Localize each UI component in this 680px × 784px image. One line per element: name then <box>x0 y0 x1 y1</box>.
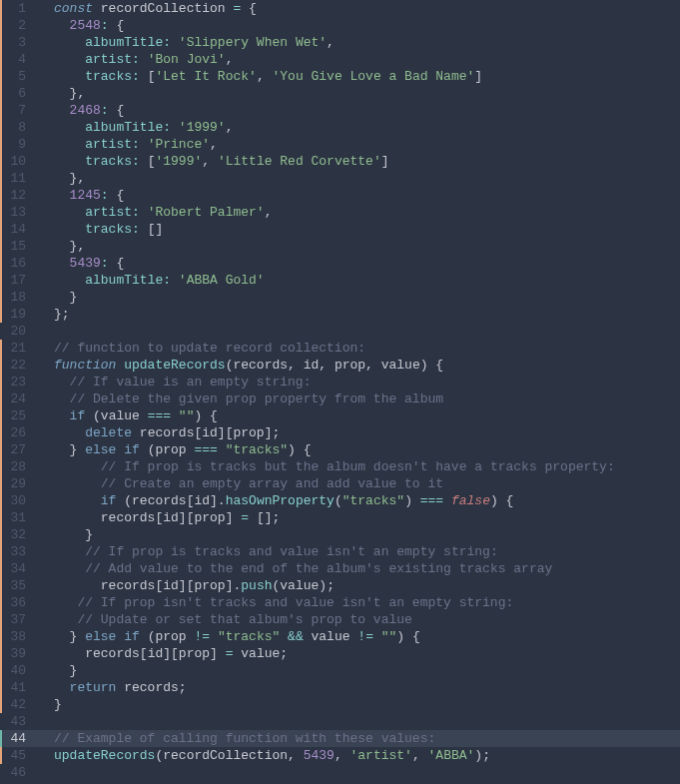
code-line[interactable]: 1const recordCollection = { <box>0 0 680 17</box>
code-content[interactable]: } <box>36 289 77 306</box>
code-line[interactable]: 36 // If prop isn't tracks and value isn… <box>0 594 680 611</box>
code-line[interactable]: 18 } <box>0 289 680 306</box>
code-line[interactable]: 12 1245: { <box>0 187 680 204</box>
code-line[interactable]: 45updateRecords(recordCollection, 5439, … <box>0 747 680 764</box>
code-line[interactable]: 4 artist: 'Bon Jovi', <box>0 51 680 68</box>
code-line[interactable]: 5 tracks: ['Let It Rock', 'You Give Love… <box>0 68 680 85</box>
code-line[interactable]: 23 // If value is an empty string: <box>0 374 680 391</box>
line-number: 5 <box>0 68 36 85</box>
code-content[interactable]: } else if (prop === "tracks") { <box>36 441 312 458</box>
line-number: 43 <box>0 713 36 730</box>
code-content[interactable]: }, <box>36 238 85 255</box>
code-content[interactable] <box>36 713 54 730</box>
code-content[interactable]: 2548: { <box>36 17 124 34</box>
code-line[interactable]: 31 records[id][prop] = []; <box>0 509 680 526</box>
code-content[interactable]: albumTitle: 'Slippery When Wet', <box>36 34 335 51</box>
code-content[interactable] <box>36 764 54 781</box>
code-line[interactable]: 13 artist: 'Robert Palmer', <box>0 204 680 221</box>
code-line[interactable]: 15 }, <box>0 238 680 255</box>
code-content[interactable]: // If value is an empty string: <box>36 374 311 391</box>
code-line[interactable]: 38 } else if (prop != "tracks" && value … <box>0 628 680 645</box>
code-line[interactable]: 22function updateRecords(records, id, pr… <box>0 357 680 374</box>
line-number: 37 <box>0 611 36 628</box>
code-content[interactable]: }, <box>36 85 85 102</box>
code-content[interactable]: artist: 'Prince', <box>36 136 218 153</box>
code-content[interactable]: function updateRecords(records, id, prop… <box>36 357 443 374</box>
code-content[interactable]: tracks: ['Let It Rock', 'You Give Love a… <box>36 68 482 85</box>
code-content[interactable]: records[id][prop] = []; <box>36 509 280 526</box>
code-content[interactable]: // Delete the given prop property from t… <box>36 391 443 407</box>
code-line[interactable]: 42} <box>0 696 680 713</box>
code-content[interactable]: tracks: [] <box>36 221 163 238</box>
code-line[interactable]: 7 2468: { <box>0 102 680 119</box>
code-content[interactable]: }, <box>36 170 85 187</box>
code-line[interactable]: 8 albumTitle: '1999', <box>0 119 680 136</box>
code-line[interactable]: 44// Example of calling function with th… <box>0 730 680 747</box>
code-line[interactable]: 21// function to update record collectio… <box>0 340 680 357</box>
code-content[interactable]: // If prop is tracks and value isn't an … <box>36 543 498 560</box>
code-content[interactable]: } else if (prop != "tracks" && value != … <box>36 628 420 645</box>
code-line[interactable]: 9 artist: 'Prince', <box>0 136 680 153</box>
line-number: 23 <box>0 374 36 391</box>
code-content[interactable]: // If prop isn't tracks and value isn't … <box>36 594 513 611</box>
code-line[interactable]: 37 // Update or set that album's prop to… <box>0 611 680 628</box>
code-line[interactable]: 43 <box>0 713 680 730</box>
code-line[interactable]: 16 5439: { <box>0 255 680 272</box>
code-content[interactable]: // If prop is tracks but the album doesn… <box>36 458 615 475</box>
code-line[interactable]: 35 records[id][prop].push(value); <box>0 577 680 594</box>
code-line[interactable]: 28 // If prop is tracks but the album do… <box>0 458 680 475</box>
code-line[interactable]: 14 tracks: [] <box>0 221 680 238</box>
code-line[interactable]: 2 2548: { <box>0 17 680 34</box>
line-number: 1 <box>0 0 36 17</box>
code-line[interactable]: 30 if (records[id].hasOwnProperty("track… <box>0 492 680 509</box>
code-line[interactable]: 10 tracks: ['1999', 'Little Red Corvette… <box>0 153 680 170</box>
code-content[interactable]: const recordCollection = { <box>36 0 257 17</box>
code-line[interactable]: 25 if (value === "") { <box>0 407 680 424</box>
code-line[interactable]: 33 // If prop is tracks and value isn't … <box>0 543 680 560</box>
code-line[interactable]: 32 } <box>0 526 680 543</box>
code-line[interactable]: 20 <box>0 323 680 340</box>
code-line[interactable]: 39 records[id][prop] = value; <box>0 645 680 662</box>
code-line[interactable]: 3 albumTitle: 'Slippery When Wet', <box>0 34 680 51</box>
code-content[interactable]: tracks: ['1999', 'Little Red Corvette'] <box>36 153 389 170</box>
code-content[interactable]: records[id][prop] = value; <box>36 645 288 662</box>
code-content[interactable]: artist: 'Robert Palmer', <box>36 204 273 221</box>
code-content[interactable]: artist: 'Bon Jovi', <box>36 51 233 68</box>
code-line[interactable]: 46 <box>0 764 680 781</box>
code-line[interactable]: 26 delete records[id][prop]; <box>0 424 680 441</box>
code-content[interactable]: // Add value to the end of the album's e… <box>36 560 552 577</box>
code-line[interactable]: 41 return records; <box>0 679 680 696</box>
code-content[interactable]: 2468: { <box>36 102 124 119</box>
line-number: 30 <box>0 492 36 509</box>
code-content[interactable] <box>36 323 54 340</box>
code-content[interactable]: }; <box>36 306 70 323</box>
code-content[interactable]: if (value === "") { <box>36 407 218 424</box>
code-content[interactable]: return records; <box>36 679 187 696</box>
code-line[interactable]: 27 } else if (prop === "tracks") { <box>0 441 680 458</box>
code-line[interactable]: 40 } <box>0 662 680 679</box>
code-content[interactable]: records[id][prop].push(value); <box>36 577 335 594</box>
code-line[interactable]: 34 // Add value to the end of the album'… <box>0 560 680 577</box>
code-content[interactable]: albumTitle: '1999', <box>36 119 233 136</box>
code-line[interactable]: 17 albumTitle: 'ABBA Gold' <box>0 272 680 289</box>
code-content[interactable]: // Update or set that album's prop to va… <box>36 611 412 628</box>
code-content[interactable]: } <box>36 662 77 679</box>
code-line[interactable]: 24 // Delete the given prop property fro… <box>0 391 680 407</box>
code-content[interactable]: updateRecords(recordCollection, 5439, 'a… <box>36 747 490 764</box>
line-number: 38 <box>0 628 36 645</box>
code-editor[interactable]: 1const recordCollection = {2 2548: {3 al… <box>0 0 680 781</box>
code-line[interactable]: 11 }, <box>0 170 680 187</box>
code-content[interactable]: if (records[id].hasOwnProperty("tracks")… <box>36 492 513 509</box>
code-content[interactable]: // function to update record collection: <box>36 340 365 357</box>
code-line[interactable]: 29 // Create an empty array and add valu… <box>0 475 680 492</box>
code-content[interactable]: albumTitle: 'ABBA Gold' <box>36 272 265 289</box>
code-content[interactable]: 1245: { <box>36 187 124 204</box>
code-line[interactable]: 6 }, <box>0 85 680 102</box>
code-content[interactable]: } <box>36 526 93 543</box>
code-content[interactable]: // Example of calling function with thes… <box>36 730 435 747</box>
code-line[interactable]: 19}; <box>0 306 680 323</box>
code-content[interactable]: delete records[id][prop]; <box>36 424 280 441</box>
code-content[interactable]: 5439: { <box>36 255 124 272</box>
code-content[interactable]: // Create an empty array and add value t… <box>36 475 443 492</box>
code-content[interactable]: } <box>36 696 62 713</box>
